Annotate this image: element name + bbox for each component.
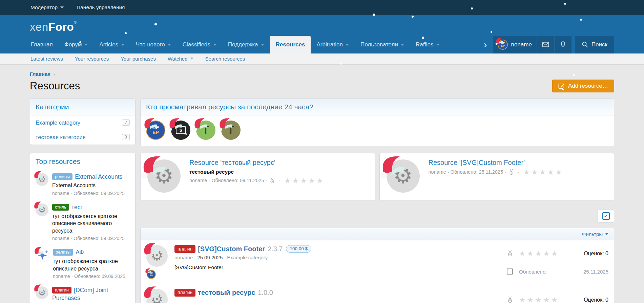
top-resources-block: Top resources ⚙ релизыExternal Accounts … [30,153,136,303]
add-resource-button[interactable]: Add resource… [552,80,614,92]
avatar[interactable]: ⚙ [36,286,48,299]
resource-version: 2.3.7 [268,245,283,253]
nav-item-forum[interactable]: Форум [59,36,94,53]
user-panel: DEEP noname [493,36,571,53]
inbox-button[interactable] [537,36,554,53]
avatar[interactable]: ⚙ [146,245,168,267]
chevron-down-icon [346,44,349,47]
site-logo[interactable]: xenForo® [30,20,77,34]
viewer-avatar-t-olive[interactable]: T [221,121,241,140]
resource-list-block: Фильтры ⚙ DEEP [140,228,614,303]
list-item: ⚙ стильтест тут отображается краткое опи… [30,200,135,245]
chevron-down-icon [261,44,264,47]
resource-tagline: [SVG]Custom Footer [174,264,501,270]
avatar[interactable]: ⚙ [36,203,48,216]
resource-meta: noname·25.09.2025·Example category [174,255,501,260]
resource-link[interactable]: [SVG]Custom Footer [198,245,265,253]
avatar[interactable]: ⚙ [387,159,420,193]
search-label: Поиск [591,41,607,48]
avatar[interactable] [36,248,49,262]
gear-icon: ⚙ [38,288,46,297]
nav-right-cluster: › DEEP noname [478,36,614,53]
chevron-down-icon [213,44,216,47]
subnav-latest-reviews[interactable]: Latest reviews [30,56,63,62]
nav-item-classifieds[interactable]: Classifieds [177,36,222,53]
resource-meta: noname · Обновлено: 09.11.2025 · · ★★★★★ [189,177,325,184]
resource-link[interactable]: тест [71,204,83,211]
nav-item-resources-active[interactable]: Resources [270,36,311,53]
multi-select-toggle-button[interactable]: ✓ [598,210,614,223]
viewer-avatar-deep[interactable]: DEEP [146,121,165,140]
list-item: ⚙ плагин[DCom] Joint Purchases aaa nonam… [30,283,135,303]
resource-meta: noname · Обновлено: 09.09.2025 [52,236,130,241]
filters-menu[interactable]: Фильтры [141,228,614,240]
envelope-icon [542,41,549,48]
resource-tagline: тестовый ресурс [189,169,325,175]
gear-icon: ⚙ [154,165,173,187]
featured-resource-card: ⚙ Resource '[SVG]Custom Footer' noname ·… [379,153,615,200]
price-badge: 100,00 $ [286,245,311,253]
nav-item-home[interactable]: Главная [25,36,59,53]
chevron-down-icon [121,44,124,47]
resource-meta: noname · Обновлено: 25.11.2025 · · ★★★★★ [429,169,564,176]
nav-item-articles[interactable]: Articles [94,36,130,53]
chevron-down-icon [436,44,440,47]
nav-item-arbitration[interactable]: Arbitration [311,36,354,53]
table-row: ⚙ плагин тестовый ресурс 1.0.0 [141,284,614,303]
resource-link[interactable]: Resource '[SVG]Custom Footer' [429,159,564,167]
chevron-down-icon [60,6,64,10]
avatar[interactable]: ⚙ [147,159,181,193]
logo-trademark: ® [74,20,77,24]
star-rating: ★★★★★ [284,177,325,184]
avatar[interactable]: ⚙ [36,173,48,186]
resource-link[interactable]: АФ [76,249,84,256]
avatar[interactable]: DEEP [147,270,156,279]
breadcrumb: Главная › [30,71,614,77]
resource-link[interactable]: тестовый ресурс [198,289,255,297]
viewers-title: Кто просматривал ресурсы за последние 24… [141,99,614,115]
gear-icon: ⚙ [38,175,46,183]
checkbox-checked-icon: ✓ [602,212,610,220]
nav-item-support[interactable]: Поддержка [222,36,270,53]
category-count-badge: 7 [122,120,130,126]
checkbox[interactable] [507,268,513,275]
rating-count: Оценок: 0 [584,251,608,257]
avatar: DEEP [498,40,508,50]
category-count-badge: 3 [122,134,130,140]
breadcrumb-home-link[interactable]: Главная [30,71,50,77]
star-rating: ★★★★★ [523,169,564,176]
nav-item-whats-new[interactable]: Что нового [130,36,177,53]
viewer-avatar-dollar[interactable]: $ [171,121,190,140]
star-rating: ★★★★★ [519,250,559,257]
subnav-search-resources[interactable]: Search resources [205,56,245,62]
nav-item-raffles[interactable]: Raffles [410,36,445,53]
moderator-menu[interactable]: Модератор [30,4,64,10]
sidebar-item-test-category[interactable]: тестовая категория 3 [30,130,135,145]
resource-desc: тут отображается краткое описание скачив… [52,213,130,235]
resource-author: noname [174,255,193,260]
resource-desc: тут отображается краткое описание ресурс… [53,258,130,272]
resource-link[interactable]: External Accounts [75,173,122,180]
prefix-badge: плагин [174,245,195,253]
chevron-down-icon [168,44,171,47]
updated-date: 25.11.2025 [583,269,608,275]
chevron-right-icon: › [54,71,55,77]
viewer-avatar-t-green[interactable]: T [196,121,215,140]
subnav-watched[interactable]: Watched [168,56,193,62]
control-panel-link[interactable]: Панель управления [77,4,125,10]
sidebar-item-example-category[interactable]: Example category 7 [30,115,135,130]
resource-link[interactable]: Resource 'тестовый ресурс' [189,159,325,167]
subnav-your-purchases[interactable]: Your purchases [121,56,156,62]
account-menu[interactable]: DEEP noname [493,36,536,53]
avatar[interactable]: ⚙ [146,289,168,303]
main-nav: Главная Форум Articles Что нового Classi… [0,36,644,53]
nav-overflow-chevron[interactable]: › [478,36,493,53]
sparkle-icon [45,250,48,253]
alerts-button[interactable] [554,36,572,53]
search-button[interactable]: Поиск [575,36,614,53]
nav-item-members[interactable]: Пользователи [355,36,410,53]
list-item: релизыАФ тут отображается краткое описан… [30,245,135,283]
prefix-badge: релизы [53,249,73,256]
gear-icon: ⚙ [393,165,413,187]
subnav-your-resources[interactable]: Your resources [75,56,109,62]
